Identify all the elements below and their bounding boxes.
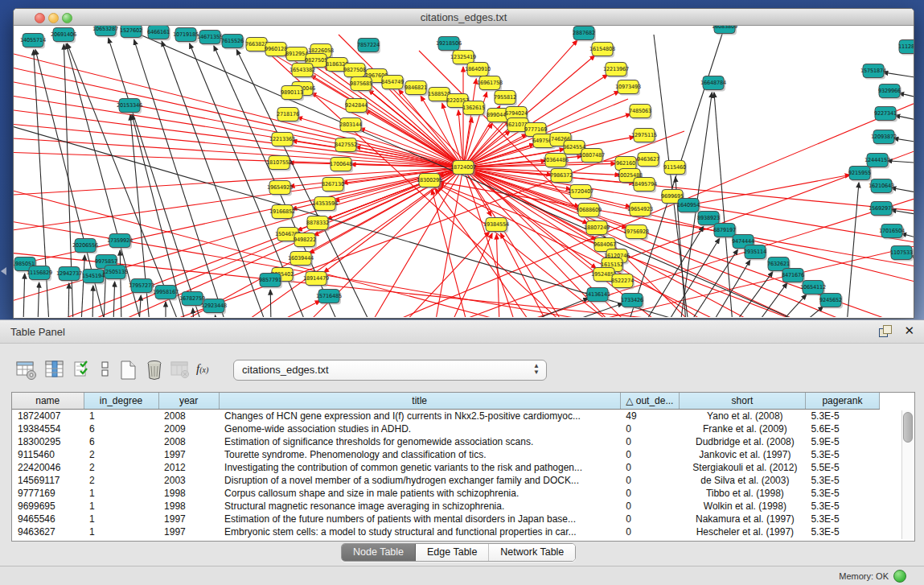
- delete-table-button[interactable]: [143, 359, 166, 381]
- table-selector-dropdown[interactable]: citations_edges.txt ▲▼: [233, 360, 547, 381]
- svg-text:9115460: 9115460: [663, 164, 686, 171]
- svg-text:9463627: 9463627: [637, 156, 659, 163]
- svg-text:19654923: 19654923: [267, 184, 293, 191]
- network-graph-canvas[interactable]: 1405571420691406106532871527602646616110…: [14, 26, 914, 317]
- column-header-out-de-[interactable]: △ out_de...: [620, 393, 679, 410]
- table-row[interactable]: 1872400712008Changes of HCN gene express…: [12, 410, 880, 423]
- svg-text:9857791: 9857791: [259, 277, 281, 283]
- network-nodes[interactable]: 1405571420691406106532871527602646616110…: [14, 26, 914, 315]
- memory-status-label: Memory: OK: [839, 571, 889, 581]
- table-selector-value: citations_edges.txt: [242, 364, 329, 376]
- svg-text:6879197: 6879197: [713, 227, 736, 233]
- import-table-button[interactable]: [72, 359, 95, 381]
- network-view-window[interactable]: citations_edges.txt 14055714206914061065…: [13, 8, 914, 319]
- table-row[interactable]: 1938455462009Genome-wide association stu…: [12, 422, 880, 435]
- svg-text:12325419: 12325419: [450, 54, 476, 60]
- svg-text:15751874: 15751874: [860, 68, 886, 74]
- table-mode-button[interactable]: [16, 359, 39, 381]
- svg-text:19654923: 19654923: [627, 206, 653, 212]
- window-title: citations_edges.txt: [14, 11, 914, 23]
- dropdown-arrows-icon: ▲▼: [533, 363, 540, 376]
- new-table-button[interactable]: [117, 359, 140, 381]
- svg-text:10688609: 10688609: [576, 207, 602, 213]
- svg-text:1700648: 1700648: [330, 161, 352, 167]
- svg-text:962160: 962160: [616, 160, 635, 167]
- node-table: namein_degreeyeartitle△ out_de...shortpa…: [11, 392, 915, 542]
- window-titlebar[interactable]: citations_edges.txt: [14, 9, 914, 26]
- table-row[interactable]: 946554611997Estimation of the future num…: [12, 513, 880, 525]
- scrollbar-thumb[interactable]: [903, 412, 913, 443]
- column-header-title[interactable]: title: [219, 393, 620, 410]
- svg-text:9960128: 9960128: [265, 46, 287, 52]
- svg-text:18495794: 18495794: [631, 181, 657, 187]
- svg-text:18807249: 18807249: [584, 225, 610, 231]
- table-panel: Table Panel ✕ f(x) citations_edges.txt: [0, 319, 924, 585]
- svg-text:17016504: 17016504: [879, 228, 905, 234]
- table-row[interactable]: 911546021997Tourette syndrome. Phenomeno…: [12, 448, 880, 461]
- svg-text:10719185: 10719185: [173, 31, 199, 38]
- function-builder-button[interactable]: f(x): [196, 361, 219, 384]
- svg-text:9684067: 9684067: [593, 241, 616, 248]
- svg-text:16039444: 16039444: [288, 255, 314, 262]
- table-row[interactable]: 977716911998Corpus callosum shape and si…: [12, 487, 880, 500]
- citation-network-graph[interactable]: 1405571420691406106532871527602646616110…: [14, 26, 914, 317]
- desktop-background: citations_edges.txt 14055714206914061065…: [0, 0, 924, 319]
- svg-text:18300295: 18300295: [417, 177, 442, 183]
- table-row[interactable]: 1456911722003Disruption of a novel membe…: [12, 474, 880, 487]
- table-row[interactable]: 1830029562008Estimation of significance …: [12, 435, 880, 448]
- svg-text:2803144: 2803144: [339, 122, 362, 128]
- svg-text:9777169: 9777169: [524, 126, 547, 133]
- float-window-icon[interactable]: [879, 325, 892, 337]
- select-column-button[interactable]: [44, 359, 67, 381]
- svg-text:12975115: 12975115: [631, 132, 657, 138]
- svg-text:1545194: 1545194: [82, 273, 105, 279]
- svg-text:20206556: 20206556: [72, 242, 98, 249]
- table-panel-title: Table Panel: [10, 326, 65, 338]
- tab-node-table[interactable]: Node Table: [342, 544, 416, 561]
- svg-text:7615526: 7615526: [221, 38, 244, 44]
- svg-text:12444157: 12444157: [864, 157, 890, 163]
- svg-text:9329966: 9329966: [878, 88, 901, 94]
- memory-status-indicator[interactable]: [893, 570, 906, 583]
- column-header-pagerank[interactable]: pagerank: [805, 393, 879, 410]
- svg-text:8878332: 8878332: [306, 220, 329, 226]
- column-header-year[interactable]: year: [158, 393, 219, 410]
- column-header-in-degree[interactable]: in_degree: [84, 393, 158, 410]
- svg-text:2935114: 2935114: [744, 249, 766, 255]
- svg-text:7986372: 7986372: [550, 172, 573, 179]
- row-height-button[interactable]: [95, 359, 117, 381]
- table-panel-header: Table Panel ✕: [0, 320, 924, 344]
- svg-text:8912954: 8912954: [285, 51, 308, 57]
- svg-text:19958167: 19958167: [153, 289, 179, 295]
- svg-text:9846821: 9846821: [405, 84, 427, 91]
- svg-text:20691406: 20691406: [51, 31, 76, 38]
- svg-text:16782759: 16782759: [179, 295, 205, 302]
- svg-text:16543382: 16543382: [290, 67, 315, 73]
- svg-text:15720407: 15720407: [568, 188, 593, 195]
- svg-text:12923448: 12923448: [201, 303, 227, 309]
- table-row[interactable]: 969969511998Structural magnetic resonanc…: [12, 500, 880, 513]
- column-header-short[interactable]: short: [679, 393, 805, 410]
- svg-text:16210643: 16210643: [869, 183, 894, 189]
- panel-collapse-arrow-icon[interactable]: [1, 267, 6, 275]
- svg-text:8427552: 8427552: [335, 142, 357, 148]
- status-bar: Memory: OK: [0, 566, 924, 585]
- svg-text:8267130: 8267130: [322, 181, 344, 187]
- svg-text:9827508: 9827508: [343, 67, 366, 73]
- svg-text:1362615: 1362615: [462, 105, 485, 111]
- svg-text:8471676: 8471676: [782, 272, 804, 278]
- svg-text:2887682: 2887682: [573, 30, 595, 36]
- table-row[interactable]: 946362711997Embryonic stem cells: a mode…: [12, 525, 880, 538]
- svg-text:12093872: 12093872: [871, 134, 897, 140]
- svg-text:16083809: 16083809: [712, 26, 737, 30]
- svg-text:16648784: 16648784: [700, 80, 726, 86]
- column-header-name[interactable]: name: [12, 393, 84, 410]
- svg-text:8522274: 8522274: [611, 278, 634, 284]
- vertical-scrollbar[interactable]: [901, 410, 913, 539]
- close-panel-icon[interactable]: ✕: [904, 323, 914, 338]
- table-row[interactable]: 2242004622012Investigating the contribut…: [12, 461, 880, 474]
- svg-text:14055714: 14055714: [20, 37, 46, 43]
- tab-edge-table[interactable]: Edge Table: [416, 544, 489, 561]
- tab-network-table[interactable]: Network Table: [489, 544, 575, 561]
- svg-text:12505135: 12505135: [102, 269, 128, 275]
